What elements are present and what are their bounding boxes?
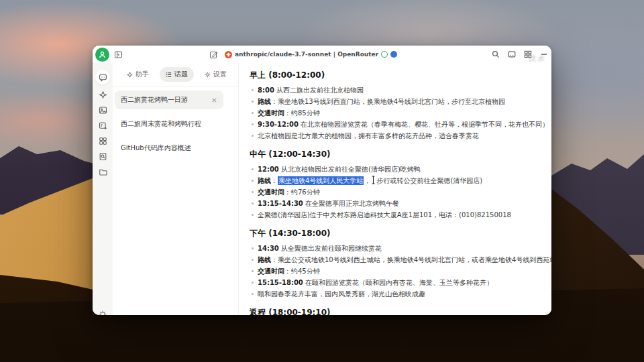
user-avatar[interactable]: [95, 48, 109, 62]
topic-item[interactable]: 西二旗周末赏花和烤鸭行程: [115, 115, 223, 133]
tab-label: 助手: [136, 70, 149, 79]
bullet-item: 12:00 从北京植物园出发前往全聚德(清华园店)吃烤鸭: [250, 164, 547, 175]
tab-assistant[interactable]: 助手: [121, 67, 155, 82]
collapse-sidebar-icon[interactable]: [114, 50, 123, 59]
topic-item[interactable]: GitHub代码库内容概述: [115, 139, 223, 158]
sparkle-icon[interactable]: [95, 89, 110, 100]
bullet-dot: [252, 270, 254, 272]
model-title: anthropic/claude-3.7-sonnet | OpenRouter: [235, 51, 378, 58]
bullet-item: 北京植物园是北方最大的植物园，拥有丰富多样的花卉品种，适合春季赏花: [250, 130, 547, 141]
app-window: anthropic/claude-3.7-sonnet | OpenRouter: [93, 46, 551, 315]
bullet-item: 路线：乘坐地铁13号线到西直门站，换乘地铁4号线到北宫门站，步行至北京植物园: [250, 96, 547, 107]
bullet-dot: [252, 293, 254, 295]
bullet-item: 路线：乘坐地铁4号线到人民大学站，步行或转公交前往全聚德(清华园店): [250, 175, 547, 186]
close-icon[interactable]: ×: [211, 97, 217, 103]
text-cursor-ibeam: [371, 176, 376, 184]
list-icon: [166, 72, 172, 78]
window-titlebar: anthropic/claude-3.7-sonnet | OpenRouter: [93, 46, 551, 63]
expand-icon[interactable]: [508, 50, 516, 58]
bullet-dot: [252, 135, 254, 137]
bullet-dot: [252, 259, 254, 261]
bullet-item: 8:00 从西二旗出发前往北京植物园: [250, 84, 547, 96]
image-add-icon[interactable]: [95, 120, 110, 131]
tab-label: 设置: [213, 70, 227, 79]
bullet-item: 15:15-18:00 在颐和园游览赏花（颐和园内有杏花、海棠、玉兰等多种花卉）: [250, 277, 547, 288]
web-globe-icon[interactable]: [390, 51, 397, 58]
topic-title: 西二旗赏花烤鸭一日游: [121, 95, 188, 105]
bullet-dot: [252, 214, 254, 216]
chat-content[interactable]: 早上 (8:00-12:00)8:00 从西二旗出发前往北京植物园路线：乘坐地铁…: [239, 63, 551, 315]
bullet-dot: [252, 282, 254, 284]
bullet-item: 颐和园春季花卉丰富，园内风景秀丽，湖光山色相映成趣: [250, 288, 547, 300]
bullet-dot: [252, 247, 254, 249]
tab-settings[interactable]: 设置: [199, 67, 233, 82]
bullet-item: 路线：乘坐公交或地铁10号线到西土城站，换乘地铁4号线到北宫门站，或者乘坐地铁4…: [250, 254, 547, 265]
gear-icon: [205, 72, 211, 78]
topics-panel: 助手 话题: [113, 63, 239, 315]
tab-label: 话题: [174, 70, 188, 79]
bullet-item: 交通时间：约45分钟: [250, 265, 547, 277]
anthropic-model-icon: [225, 51, 232, 58]
bullet-dot: [252, 191, 254, 193]
chat-icon[interactable]: [95, 70, 110, 84]
watermark-text: 技术: [529, 54, 546, 64]
bullet-dot: [252, 168, 254, 170]
bullet-item: 交通时间：约76分钟: [250, 186, 547, 198]
sparkle-icon: [127, 72, 133, 78]
topics-list: 西二旗赏花烤鸭一日游 × 西二旗周末赏花和烤鸭行程 GitHub代码库内容概述: [113, 87, 238, 158]
file-search-icon[interactable]: [95, 151, 110, 162]
icon-rail: [93, 46, 113, 315]
bullet-dot: [252, 123, 254, 125]
search-icon[interactable]: [492, 50, 500, 58]
bullet-item: 全聚德(清华园店)位于中关村东路启迪科技大厦A座1层101，电话：(010)82…: [250, 209, 547, 221]
image-icon[interactable]: [95, 105, 110, 115]
topic-title: 西二旗周末赏花和烤鸭行程: [121, 119, 201, 129]
section-heading: 早上 (8:00-12:00): [250, 70, 547, 80]
bullet-dot: [252, 202, 254, 204]
topic-item-active[interactable]: 西二旗赏花烤鸭一日游 ×: [115, 90, 223, 109]
compose-icon[interactable]: [209, 50, 218, 59]
bullet-item: 9:30-12:00 在北京植物园游览赏花（春季有梅花、樱花、牡丹等，根据季节不…: [250, 119, 547, 130]
bullet-item: 14:30 从全聚德出发前往颐和园继续赏花: [250, 243, 547, 254]
tab-topics[interactable]: 话题: [160, 67, 194, 82]
desktop: anthropic/claude-3.7-sonnet | OpenRouter: [0, 0, 644, 362]
bullet-dot: [252, 101, 254, 103]
status-green-icon: [381, 51, 388, 58]
bullet-item: 13:15-14:30 在全聚德享用正宗北京烤鸭午餐: [250, 198, 547, 209]
bullet-item: 交通时间：约85分钟: [250, 107, 547, 119]
section-heading: 返程 (18:00-19:10): [250, 308, 547, 315]
bullet-dot: [252, 180, 254, 182]
folder-icon[interactable]: [95, 166, 110, 177]
model-title-group[interactable]: anthropic/claude-3.7-sonnet | OpenRouter: [225, 46, 397, 63]
selected-text: 乘坐地铁4号线到人民大学站: [278, 176, 364, 185]
section-heading: 中午 (12:00-14:30): [250, 149, 547, 160]
topic-title: GitHub代码库内容概述: [121, 143, 191, 153]
apps-grid-icon[interactable]: [95, 135, 110, 146]
bullet-dot: [252, 89, 254, 91]
section-heading: 下午 (14:30-18:00): [250, 229, 547, 239]
bullet-dot: [252, 112, 254, 114]
panel-tabs: 助手 话题: [113, 63, 238, 87]
settings-gear-icon[interactable]: [98, 310, 107, 315]
